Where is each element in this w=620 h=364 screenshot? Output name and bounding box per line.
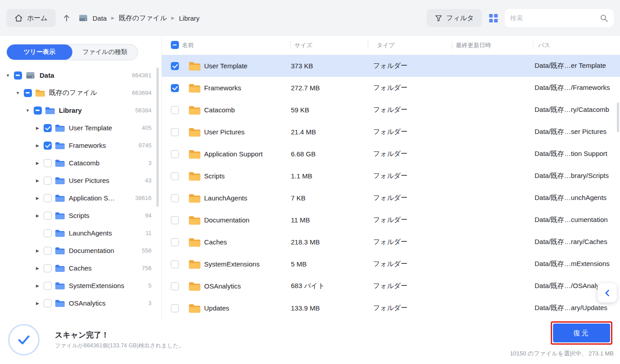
tree-checkbox[interactable] (44, 282, 52, 290)
tree-checkbox[interactable] (44, 194, 52, 202)
chevron-right-icon[interactable]: ▶ (34, 284, 41, 288)
table-row[interactable]: OSAnalytics 683 バイト フォルダー Data/既存…/OSAna… (162, 275, 620, 297)
grid-view-button[interactable] (488, 13, 499, 23)
tree-item-osanalytics[interactable]: ▶ OSAnalytics 3 (0, 294, 161, 312)
tree-item-user-pictures[interactable]: ▶ User Pictures 43 (0, 172, 161, 189)
chevron-right-icon[interactable]: ▶ (34, 178, 41, 183)
tab-file-type[interactable]: ファイルの種類 (72, 44, 138, 60)
table-row[interactable]: Scripts 1.1 MB フォルダー Data/既存…brary/Scrip… (162, 165, 620, 187)
tab-tree-view[interactable]: ツリー表示 (7, 44, 72, 60)
chevron-right-icon[interactable]: ▶ (34, 266, 41, 271)
row-checkbox[interactable] (171, 304, 179, 312)
chevron-down-icon[interactable]: ▼ (14, 91, 21, 95)
row-checkbox[interactable] (171, 216, 179, 224)
grid-view-icon (488, 13, 499, 23)
column-header-date[interactable]: 最終更新日時 (456, 41, 491, 49)
tree-checkbox[interactable] (44, 124, 52, 132)
row-checkbox[interactable] (171, 84, 179, 92)
tree-checkbox[interactable] (44, 212, 52, 220)
chevron-right-icon[interactable]: ▶ (34, 161, 41, 165)
tree-item-label: Documentation (69, 247, 114, 254)
row-checkbox[interactable] (171, 150, 179, 158)
chevron-right-icon[interactable]: ▶ (34, 126, 41, 130)
toolbar: ホーム Data ▶ 既存のファイル ▶ Library フィルタ (0, 0, 620, 36)
tree-item-existing-files[interactable]: ▼ 既存のファイル 663694 (0, 84, 161, 102)
select-all-checkbox[interactable] (171, 41, 179, 49)
search-input[interactable] (510, 14, 600, 22)
chevron-right-icon[interactable]: ▶ (34, 143, 41, 148)
tree-checkbox[interactable] (44, 264, 52, 272)
tree-item-count: 405 (142, 124, 152, 131)
table-row[interactable]: Application Support 6.68 GB フォルダー Data/既… (162, 143, 620, 165)
sidebar-scrollbar[interactable] (156, 67, 159, 207)
chevron-right-icon[interactable]: ▶ (34, 196, 41, 200)
tree-item-systemextensions[interactable]: ▶ SystemExtensions 5 (0, 277, 161, 294)
collapse-panel-button[interactable] (598, 283, 617, 302)
tree-item-launchagents[interactable]: LaunchAgents 11 (0, 224, 161, 242)
tree-checkbox[interactable] (44, 247, 52, 255)
column-header-size[interactable]: サイズ (294, 41, 312, 49)
row-checkbox[interactable] (171, 128, 179, 136)
table-row[interactable]: User Template 373 KB フォルダー Data/既存…er Te… (162, 55, 620, 77)
row-checkbox[interactable] (171, 106, 179, 114)
folder-tree: ▼ Data 664361 ▼ 既存のファイル 663694 ▼ Library… (0, 67, 161, 312)
row-checkbox[interactable] (171, 238, 179, 246)
scan-complete-icon (8, 324, 40, 355)
column-header-name[interactable]: 名前 (182, 41, 194, 49)
table-row[interactable]: User Pictures 21.4 MB フォルダー Data/既存…ser … (162, 121, 620, 143)
search-icon[interactable] (600, 14, 608, 22)
tree-checkbox[interactable] (44, 299, 52, 307)
column-header-path[interactable]: パス (538, 41, 550, 49)
breadcrumb-item-existing-files[interactable]: 既存のファイル (119, 14, 167, 22)
table-row[interactable]: SystemExtensions 5 MB フォルダー Data/既存…mExt… (162, 253, 620, 275)
tree-item-count: 3 (148, 300, 152, 306)
tree-item-label: User Template (69, 124, 112, 132)
row-checkbox[interactable] (171, 62, 179, 70)
chevron-down-icon[interactable]: ▼ (24, 108, 31, 113)
filter-button[interactable]: フィルタ (427, 9, 482, 27)
tree-item-scripts[interactable]: ▶ Scripts 94 (0, 207, 161, 224)
chevron-right-icon[interactable]: ▶ (34, 249, 41, 253)
row-checkbox[interactable] (171, 282, 179, 290)
table-row[interactable]: LaunchAgents 7 KB フォルダー Data/既存…unchAgen… (162, 187, 620, 209)
tree-item-library[interactable]: ▼ Library 56384 (0, 102, 161, 119)
row-checkbox[interactable] (171, 260, 179, 268)
tree-item-data[interactable]: ▼ Data 664361 (0, 67, 161, 84)
table-row[interactable]: Caches 218.3 MB フォルダー Data/既存…rary/Cache… (162, 231, 620, 253)
column-header-type[interactable]: タイプ (377, 41, 395, 49)
tree-item-label: Catacomb (69, 159, 99, 167)
tree-item-user-template[interactable]: ▶ User Template 405 (0, 119, 161, 137)
file-path: Data/既存…mExtensions (535, 260, 620, 268)
chevron-down-icon[interactable]: ▼ (4, 73, 11, 78)
tree-checkbox[interactable] (44, 142, 52, 150)
tree-checkbox[interactable] (34, 107, 42, 115)
tree-checkbox[interactable] (44, 159, 52, 167)
tree-item-catacomb[interactable]: ▶ Catacomb 3 (0, 154, 161, 172)
breadcrumb-item-data[interactable]: Data (93, 14, 107, 22)
file-type: フォルダー (373, 62, 452, 70)
table-row[interactable]: Frameworks 272.7 MB フォルダー Data/既存…/Frame… (162, 77, 620, 99)
filter-label: フィルタ (446, 14, 474, 22)
tree-checkbox[interactable] (44, 229, 52, 237)
recover-button[interactable]: 復元 (553, 324, 610, 342)
tree-item-caches[interactable]: ▶ Caches 756 (0, 259, 161, 277)
drive-icon (25, 71, 36, 80)
folder-icon (45, 107, 55, 115)
up-button[interactable] (62, 13, 71, 22)
table-scrollbar[interactable] (617, 102, 619, 132)
tree-checkbox[interactable] (24, 89, 32, 97)
breadcrumb-item-library[interactable]: Library (179, 14, 200, 22)
chevron-right-icon[interactable]: ▶ (34, 301, 41, 306)
home-button[interactable]: ホーム (6, 9, 56, 27)
chevron-right-icon[interactable]: ▶ (34, 213, 41, 218)
tree-item-frameworks[interactable]: ▶ Frameworks 9745 (0, 137, 161, 154)
row-checkbox[interactable] (171, 194, 179, 202)
tree-item-documentation[interactable]: ▶ Documentation 558 (0, 242, 161, 259)
table-row[interactable]: Documentation 11 MB フォルダー Data/既存…cument… (162, 209, 620, 231)
table-row[interactable]: Updates 133.9 MB フォルダー Data/既存…ary/Updat… (162, 297, 620, 319)
row-checkbox[interactable] (171, 172, 179, 180)
tree-checkbox[interactable] (44, 177, 52, 185)
tree-item-application-support[interactable]: ▶ Application Sup… 38616 (0, 189, 161, 207)
table-row[interactable]: Catacomb 59 KB フォルダー Data/既存…ry/Catacomb (162, 99, 620, 121)
tree-checkbox[interactable] (14, 71, 22, 80)
